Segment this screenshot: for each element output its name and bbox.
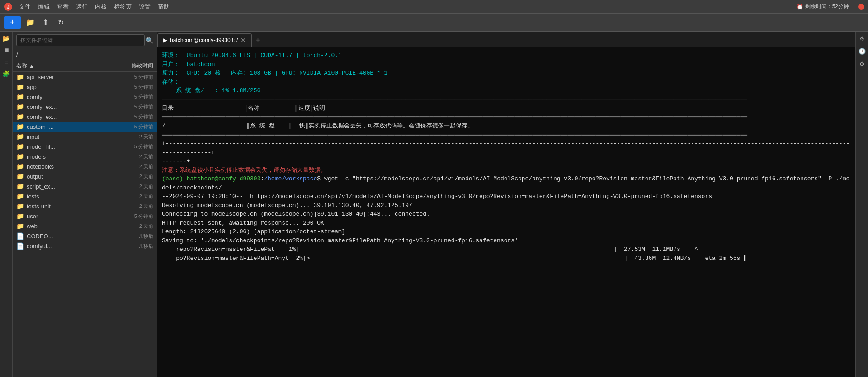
right-gear-icon[interactable]: ⚙ (857, 33, 867, 43)
upload-icon: ⬆ (42, 18, 48, 27)
menu-kernel[interactable]: 内核 (91, 0, 110, 14)
refresh-icon: ↻ (58, 18, 64, 27)
term-user: 用户： batchcom (162, 60, 851, 69)
file-time: 5 分钟前 (134, 213, 153, 220)
list-item[interactable]: 📁 comfy 5 分钟前 (13, 92, 157, 102)
list-item[interactable]: 📁 tests 2 天前 (13, 191, 157, 201)
terminal-content[interactable]: 环境： Ubuntu 20.04.6 LTS | CUDA-11.7 | tor… (157, 47, 855, 377)
file-time: 5 分钟前 (134, 123, 153, 130)
folder-icon: 📁 (16, 93, 24, 100)
file-name: tests-unit (27, 203, 139, 210)
refresh-button[interactable]: ↻ (55, 16, 67, 29)
file-search-bar: 🔍 (13, 32, 157, 49)
right-sidebar: ⚙ 🕐 ⚙ (855, 32, 868, 377)
list-item[interactable]: 📁 comfy_ex... 5 分钟前 (13, 102, 157, 112)
file-time: 2 天前 (139, 173, 153, 180)
term-progress2: po?Revision=master&FilePath=Anyt 2%[> ] … (162, 254, 851, 263)
menu-file[interactable]: 文件 (15, 0, 34, 14)
search-input[interactable] (16, 34, 145, 46)
term-table-row: / ║系 统 盘 ║ 快║实例停止数据会丢失，可存放代码等。会随保存镜像一起保存… (162, 122, 851, 131)
window-close-btn[interactable] (858, 4, 864, 10)
folder-icon: 📁 (16, 143, 24, 150)
menu-tabs[interactable]: 标签页 (110, 0, 135, 14)
list-item[interactable]: 📁 app 5 分钟前 (13, 82, 157, 92)
list-item[interactable]: 📁 script_ex... 2 天前 (13, 181, 157, 191)
new-folder-button[interactable]: 📁 (24, 16, 37, 29)
sidebar-list-icon[interactable]: ≡ (1, 57, 11, 67)
terminal-tab-main[interactable]: ▶ batchcom@comfy-d99303: / ✕ (157, 33, 252, 47)
term-wget2: Resolving modelscope.cn (modelscope.cn).… (162, 201, 851, 210)
term-wget6: Saving to: './models/checkpoints/repo?Re… (162, 236, 851, 245)
file-time: 几秒后 (138, 233, 153, 240)
list-item[interactable]: 📁 notebooks 2 天前 (13, 161, 157, 171)
file-name: api_server (27, 74, 134, 80)
file-name: tests (27, 193, 139, 200)
folder-icon: 📁 (16, 212, 24, 220)
upload-button[interactable]: ⬆ (39, 16, 52, 29)
term-storage-detail: 系 统 盘/ : 1% 1.8M/25G (162, 86, 851, 95)
file-time: 2 天前 (139, 133, 153, 140)
col-name-header: 名称 ▲ (16, 62, 34, 70)
file-name: comfy_ex... (27, 104, 134, 110)
folder-icon: 📁 (16, 153, 24, 160)
file-time: 2 天前 (139, 193, 153, 200)
term-env: 环境： Ubuntu 20.04.6 LTS | CUDA-11.7 | tor… (162, 51, 851, 60)
folder-icon: 📁 (16, 222, 24, 230)
list-item[interactable]: 📁 user 5 分钟前 (13, 211, 157, 221)
file-name: comfy_ex... (27, 113, 134, 120)
file-time: 5 分钟前 (134, 74, 153, 80)
list-item[interactable]: 📁 output 2 天前 (13, 171, 157, 181)
file-name: CODEO... (27, 233, 138, 240)
file-name: web (27, 223, 139, 230)
folder-new-icon: 📁 (26, 18, 35, 27)
term-divider1: ════════════════════════════════════════… (162, 95, 851, 104)
right-clock-icon[interactable]: 🕐 (857, 46, 867, 56)
term-wget4: HTTP request sent, awaiting response... … (162, 219, 851, 228)
list-item[interactable]: 📁 tests-unit 2 天前 (13, 201, 157, 211)
term-wget3: Connecting to modelscope.cn (modelscope.… (162, 210, 851, 219)
file-name: models (27, 153, 139, 160)
right-settings-icon[interactable]: ⚙ (857, 59, 867, 69)
term-wget1: --2024-09-07 19:28:10-- https://modelsco… (162, 192, 851, 201)
add-tab-button[interactable]: + (252, 33, 264, 47)
list-item[interactable]: 📄 comfyui... 几秒后 (13, 241, 157, 251)
file-time: 2 天前 (139, 183, 153, 190)
folder-icon: 📁 (16, 83, 24, 90)
list-item[interactable]: 📁 api_server 5 分钟前 (13, 72, 157, 82)
file-icon: 📄 (16, 242, 24, 250)
sidebar-stop-icon[interactable]: ⏹ (1, 45, 11, 55)
file-time: 2 天前 (139, 163, 153, 170)
file-time: 5 分钟前 (134, 143, 153, 150)
menu-edit[interactable]: 编辑 (34, 0, 53, 14)
menu-view[interactable]: 查看 (53, 0, 72, 14)
clock-icon: ⏰ (797, 4, 803, 10)
menubar: J 文件 编辑 查看 运行 内核 标签页 设置 帮助 ⏰ 剩余时间：52分钟 (0, 0, 868, 14)
menu-settings[interactable]: 设置 (135, 0, 154, 14)
list-item[interactable]: 📁 custom_... 5 分钟前 (13, 122, 157, 132)
list-item[interactable]: 📁 models 2 天前 (13, 151, 157, 161)
sidebar-folder-icon[interactable]: 📂 (1, 33, 11, 43)
sidebar-puzzle-icon[interactable]: 🧩 (1, 69, 11, 79)
list-item[interactable]: 📄 CODEO... 几秒后 (13, 231, 157, 241)
list-item[interactable]: 📁 web 2 天前 (13, 221, 157, 231)
folder-icon: 📁 (16, 103, 24, 110)
new-button[interactable]: + (4, 16, 21, 29)
file-name: custom_... (27, 123, 134, 130)
file-list-header: 名称 ▲ 修改时间 (13, 60, 157, 72)
search-button[interactable]: 🔍 (146, 37, 153, 44)
term-table-header: 目录 ║名称 ║速度║说明 (162, 104, 851, 113)
tab-close-button[interactable]: ✕ (241, 37, 246, 44)
menu-run[interactable]: 运行 (72, 0, 91, 14)
menu-help[interactable]: 帮助 (154, 0, 173, 14)
sort-icon: ▲ (29, 63, 34, 69)
list-item[interactable]: 📁 input 2 天前 (13, 132, 157, 141)
term-warning: 注意：系统盘较小且实例停止数据会丢失，请勿存储大量数据。 (162, 166, 851, 175)
breadcrumb: / (13, 49, 157, 60)
list-item[interactable]: 📁 model_fil... 5 分钟前 (13, 141, 157, 151)
app-logo: J (4, 2, 13, 11)
folder-icon: 📁 (16, 193, 24, 200)
term-compute: 算力： CPU: 20 核 | 内存: 108 GB | GPU: NVIDIA… (162, 69, 851, 78)
folder-icon: 📁 (16, 163, 24, 170)
term-progress1: repo?Revision=master&FilePat 1%[ ] 27.53… (162, 245, 851, 254)
list-item[interactable]: 📁 comfy_ex... 5 分钟前 (13, 112, 157, 122)
